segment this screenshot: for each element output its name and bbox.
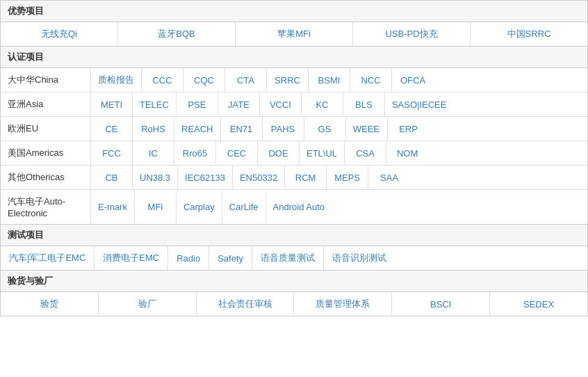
cert-item-3-2[interactable]: Rro65 [174, 141, 216, 165]
cert-item-2-6[interactable]: WEEE [346, 117, 388, 141]
cert-item-3-6[interactable]: CSA [345, 141, 386, 165]
cert-item-3-5[interactable]: ETL\UL [300, 141, 345, 165]
inspect-item-5[interactable]: SEDEX [490, 292, 587, 316]
cert-row-4: 其他OthericasCBUN38.3IEC62133EN50332RCMMEP… [1, 166, 587, 190]
cert-item-2-5[interactable]: GS [304, 117, 346, 141]
cert-row-3: 美国AmericasFCCICRro65CECDOEETL\ULCSANOM [1, 141, 587, 166]
cert-item-0-2[interactable]: CQC [183, 68, 225, 92]
inspect-item-2[interactable]: 社会责任审核 [197, 292, 295, 316]
cert-item-3-4[interactable]: DOE [258, 141, 300, 165]
cert-item-3-0[interactable]: FCC [91, 141, 133, 165]
certification-section: 认证项目 大中华China质检报告CCCCQCCTASRRCBSMINCCOFC… [0, 47, 588, 225]
cert-items-2: CERoHSREACHEN71PAHSGSWEEEERP [91, 117, 587, 141]
cert-item-4-6[interactable]: SAA [368, 166, 410, 189]
cert-label-3: 美国Americas [1, 141, 91, 165]
advantage-item-0[interactable]: 无线充Qi [1, 22, 118, 46]
cert-item-5-2[interactable]: Carplay [177, 190, 222, 224]
cert-label-5: 汽车电子Auto-Electronic [1, 190, 91, 224]
cert-label-1: 亚洲Asia [1, 93, 91, 116]
test-item-2[interactable]: Radio [168, 246, 209, 270]
inspect-item-1[interactable]: 验厂 [99, 292, 197, 316]
cert-item-2-1[interactable]: RoHS [133, 117, 174, 141]
cert-items-1: METITELECPSEJATEVCCIKCBLSSASO|IECEE [91, 93, 587, 116]
cert-item-0-4[interactable]: SRRC [267, 68, 309, 92]
cert-row-1: 亚洲AsiaMETITELECPSEJATEVCCIKCBLSSASO|IECE… [1, 93, 587, 117]
inspection-header: 验货与验厂 [1, 271, 587, 292]
cert-item-2-3[interactable]: EN71 [221, 117, 263, 141]
cert-item-2-4[interactable]: PAHS [263, 117, 304, 141]
cert-item-1-7[interactable]: SASO|IECEE [385, 93, 454, 116]
cert-item-2-7[interactable]: ERP [388, 117, 430, 141]
testing-header: 测试项目 [1, 225, 587, 246]
cert-item-4-0[interactable]: CB [91, 166, 133, 189]
cert-item-3-3[interactable]: CEC [216, 141, 258, 165]
cert-row-0: 大中华China质检报告CCCCQCCTASRRCBSMINCCOFCA [1, 68, 587, 93]
cert-item-4-5[interactable]: MEPS [327, 166, 368, 189]
certification-body: 大中华China质检报告CCCCQCCTASRRCBSMINCCOFCA亚洲As… [1, 68, 587, 224]
cert-item-0-0[interactable]: 质检报告 [91, 68, 142, 92]
cert-item-5-0[interactable]: E-mark [91, 190, 135, 224]
inspection-section: 验货与验厂 验货验厂社会责任审核质量管理体系BSCISEDEX [0, 271, 588, 316]
advantage-section: 优势项目 无线充Qi蓝牙BQB苹果MFiUSB-PD快充中国SRRC [0, 0, 588, 47]
cert-item-3-1[interactable]: IC [133, 141, 174, 165]
cert-item-1-2[interactable]: PSE [177, 93, 218, 116]
cert-item-2-2[interactable]: REACH [174, 117, 221, 141]
cert-item-5-1[interactable]: MFi [135, 190, 177, 224]
advantage-item-1[interactable]: 蓝牙BQB [118, 22, 236, 46]
inspect-item-3[interactable]: 质量管理体系 [294, 292, 392, 316]
cert-item-1-1[interactable]: TELEC [133, 93, 177, 116]
cert-item-1-0[interactable]: METI [91, 93, 133, 116]
cert-item-4-3[interactable]: EN50332 [233, 166, 285, 189]
cert-item-1-4[interactable]: VCCI [260, 93, 302, 116]
cert-items-3: FCCICRro65CECDOEETL\ULCSANOM [91, 141, 587, 165]
advantage-header: 优势项目 [1, 1, 587, 22]
cert-item-3-7[interactable]: NOM [386, 141, 428, 165]
cert-item-1-6[interactable]: BLS [343, 93, 385, 116]
advantage-item-3[interactable]: USB-PD快充 [353, 22, 471, 46]
advantage-item-2[interactable]: 苹果MFi [236, 22, 353, 46]
cert-label-4: 其他Othericas [1, 166, 91, 189]
certification-header: 认证项目 [1, 47, 587, 68]
advantage-item-4[interactable]: 中国SRRC [471, 22, 587, 46]
advantage-row: 无线充Qi蓝牙BQB苹果MFiUSB-PD快充中国SRRC [1, 22, 587, 46]
cert-item-1-3[interactable]: JATE [218, 93, 260, 116]
cert-item-0-1[interactable]: CCC [142, 68, 183, 92]
cert-item-5-4[interactable]: Android Auto [266, 190, 332, 224]
cert-item-1-5[interactable]: KC [302, 93, 343, 116]
test-item-0[interactable]: 汽车|军工电子EMC [1, 246, 95, 270]
test-item-4[interactable]: 语音质量测试 [252, 246, 324, 270]
cert-item-4-2[interactable]: IEC62133 [178, 166, 233, 189]
cert-item-0-7[interactable]: OFCA [392, 68, 434, 92]
test-item-1[interactable]: 消费电子EMC [95, 246, 168, 270]
inspect-item-0[interactable]: 验货 [1, 292, 99, 316]
cert-items-0: 质检报告CCCCQCCTASRRCBSMINCCOFCA [91, 68, 587, 92]
testing-row: 汽车|军工电子EMC消费电子EMCRadioSafety语音质量测试语音识别测试 [1, 246, 587, 270]
inspection-row: 验货验厂社会责任审核质量管理体系BSCISEDEX [1, 292, 587, 316]
cert-row-5: 汽车电子Auto-ElectronicE-markMFiCarplayCarLi… [1, 190, 587, 224]
cert-item-4-1[interactable]: UN38.3 [133, 166, 178, 189]
cert-label-0: 大中华China [1, 68, 91, 92]
cert-items-5: E-markMFiCarplayCarLifeAndroid Auto [91, 190, 587, 224]
cert-label-2: 欧洲EU [1, 117, 91, 141]
cert-item-0-6[interactable]: NCC [350, 68, 392, 92]
cert-item-2-0[interactable]: CE [91, 117, 133, 141]
inspect-item-4[interactable]: BSCI [392, 292, 490, 316]
test-item-3[interactable]: Safety [209, 246, 252, 270]
test-item-5[interactable]: 语音识别测试 [324, 246, 395, 270]
cert-item-5-3[interactable]: CarLife [222, 190, 266, 224]
cert-item-0-3[interactable]: CTA [225, 68, 267, 92]
cert-items-4: CBUN38.3IEC62133EN50332RCMMEPSSAA [91, 166, 587, 189]
cert-item-0-5[interactable]: BSMI [309, 68, 350, 92]
cert-row-2: 欧洲EUCERoHSREACHEN71PAHSGSWEEEERP [1, 117, 587, 141]
cert-item-4-4[interactable]: RCM [285, 166, 327, 189]
testing-section: 测试项目 汽车|军工电子EMC消费电子EMCRadioSafety语音质量测试语… [0, 225, 588, 271]
